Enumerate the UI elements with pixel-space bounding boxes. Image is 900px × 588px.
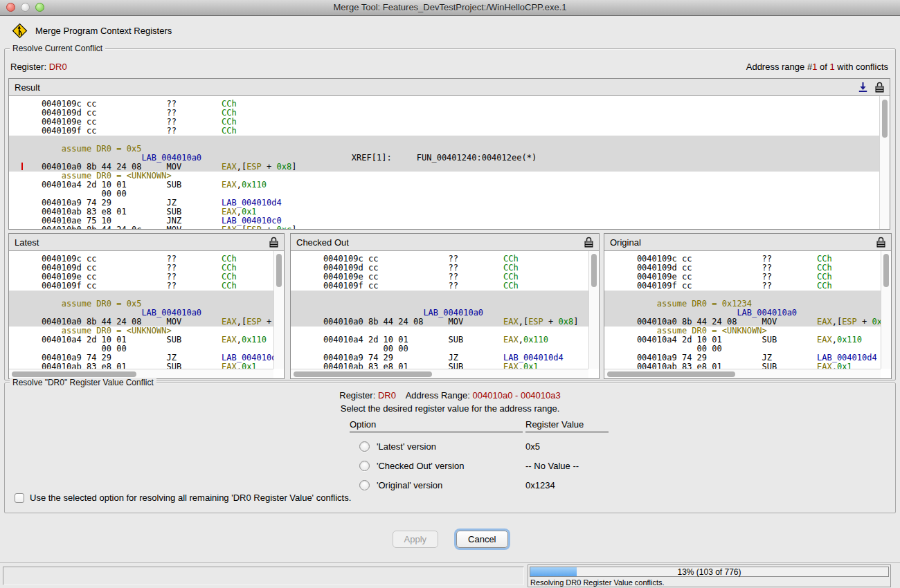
status-message-area — [3, 567, 524, 585]
checked-out-version-radio[interactable] — [359, 461, 370, 471]
checked-out-panel-header: Checked Out — [291, 234, 599, 251]
original-version-radio[interactable] — [359, 480, 370, 490]
latest-listing: 0040109c cc ?? CCh 0040109d cc ?? CCh 00… — [9, 251, 273, 369]
original-panel-title: Original — [610, 237, 876, 248]
scrollbar-thumb[interactable] — [607, 371, 735, 377]
latest-panel-header: Latest — [9, 234, 284, 251]
status-bar: 13% (103 of 776) Resolving DR0 Register … — [0, 562, 900, 588]
goto-conflict-icon[interactable] — [858, 82, 868, 93]
register-text: Register: DR0 — [10, 62, 67, 72]
instruction-text: Select the desired register value for th… — [5, 403, 895, 414]
latest-version-row: 'Latest' version 0x5 — [350, 441, 609, 452]
scrollbar-thumb[interactable] — [883, 254, 889, 287]
progress-area: 13% (103 of 776) Resolving DR0 Register … — [528, 564, 891, 587]
resolve-current-conflict-group: Resolve Current Conflict Register: DR0 A… — [4, 48, 896, 380]
app-header: Merge Program Context Registers — [12, 23, 172, 39]
scrollbar-thumb[interactable] — [294, 371, 432, 377]
register-value-column-header: Register Value — [525, 419, 609, 432]
latest-panel-title: Latest — [15, 237, 269, 248]
original-panel-header: Original — [604, 234, 891, 251]
use-for-all-checkbox[interactable] — [15, 493, 24, 503]
listing-row[interactable]: 0040109f cc ?? CCh — [303, 282, 588, 291]
resolve-register-value-group: Resolve "DR0" Register Value Conflict Re… — [4, 383, 896, 513]
listing-row[interactable]: 0040109f cc ?? CCh — [617, 282, 881, 291]
checked-out-version-value: -- No Value -- — [525, 461, 579, 471]
listing-row[interactable]: 004010ab 83 e8 01 SUB EAX,0x1 — [617, 362, 881, 369]
scrollbar-thumb[interactable] — [12, 371, 136, 377]
checked-horizontal-scrollbar[interactable] — [291, 369, 588, 378]
listing-row[interactable]: 004010a4 2d 10 01 SUB EAX,0x110 — [21, 181, 879, 190]
listing-row[interactable]: 0040109f cc ?? CCh — [21, 127, 879, 136]
register-value: DR0 — [49, 62, 67, 72]
address-range-counter: Address range #1 of 1 with conflicts — [746, 62, 888, 72]
original-listing: 0040109c cc ?? CCh 0040109d cc ?? CCh 00… — [604, 251, 881, 369]
lock-icon — [584, 237, 593, 248]
addr-suffix: with conflicts — [835, 62, 888, 72]
conflict-summary: Register: DR0 Address Range: 004010a0 - … — [5, 390, 895, 414]
button-row: Apply Cancel — [0, 531, 900, 548]
result-panel-header: Result — [9, 79, 890, 96]
progress-message: Resolving DR0 Register Value conflicts. — [530, 578, 665, 587]
apply-button[interactable]: Apply — [393, 531, 439, 548]
latest-version-label[interactable]: 'Latest' version — [377, 441, 436, 452]
group-title: Resolve Current Conflict — [10, 44, 105, 53]
use-for-all-label[interactable]: Use the selected option for resolving al… — [30, 493, 351, 503]
result-panel: Result — [8, 78, 890, 230]
result-vertical-scrollbar[interactable] — [879, 96, 890, 229]
latest-version-radio[interactable] — [359, 441, 370, 452]
option-column-header: Option — [350, 419, 523, 432]
listing-row[interactable]: 0040109f cc ?? CCh — [21, 282, 273, 291]
latest-vertical-scrollbar[interactable] — [273, 251, 284, 369]
scrollbar-thumb[interactable] — [276, 254, 282, 287]
register-value: DR0 — [378, 390, 396, 401]
register-label: Register: — [339, 390, 375, 401]
addr-prefix: Address range # — [746, 62, 812, 72]
address-range-label: Address Range: — [406, 390, 470, 401]
latest-horizontal-scrollbar[interactable] — [9, 369, 273, 378]
latest-panel: Latest 0040109c cc ?? CCh 0040109d cc ?? — [8, 233, 285, 379]
checked-out-panel-title: Checked Out — [296, 237, 584, 248]
group-title: Resolve "DR0" Register Value Conflict — [10, 378, 156, 387]
merge-tool-window: Merge Tool: Features_DevTestProject:/Win… — [0, 0, 900, 588]
register-row: Register: DR0 Address range #1 of 1 with… — [10, 62, 888, 72]
listing-row[interactable]: 004010b0 8b 44 24 0c MOV EAX,[ESP + 0xc] — [21, 226, 879, 229]
latest-version-value: 0x5 — [525, 441, 540, 452]
original-panel: Original 0040109c cc ?? CCh 0040109d cc … — [604, 233, 892, 379]
scrollbar-thumb[interactable] — [591, 254, 597, 287]
result-listing: 0040109c cc ?? CCh 0040109d cc ?? CCh 00… — [9, 96, 879, 229]
window-title: Merge Tool: Features_DevTestProject:/Win… — [0, 2, 900, 12]
original-horizontal-scrollbar[interactable] — [604, 369, 881, 378]
progress-bar: 13% (103 of 776) — [530, 567, 889, 577]
checked-vertical-scrollbar[interactable] — [588, 251, 599, 369]
lock-icon — [875, 82, 884, 93]
option-table-header: Option Register Value — [350, 419, 609, 432]
listing-row[interactable]: 004010ab 83 e8 01 SUB EAX,0x1 — [21, 362, 273, 369]
result-panel-title: Result — [15, 82, 858, 93]
lock-icon — [876, 237, 885, 248]
checked-out-version-label[interactable]: 'Checked Out' version — [377, 461, 464, 471]
page-title: Merge Program Context Registers — [35, 26, 172, 36]
progress-label: 13% (103 of 776) — [530, 567, 888, 577]
checked-out-panel: Checked Out 0040109c cc ?? CCh 0040109d … — [290, 233, 600, 379]
merge-sign-icon — [12, 23, 28, 39]
scrollbar-thumb[interactable] — [882, 100, 888, 138]
use-for-all-row: Use the selected option for resolving al… — [15, 493, 351, 503]
listing-row[interactable]: 004010a0 8b 44 24 08 MOV EAX,[ESP + 0x8] — [291, 318, 588, 327]
checked-out-version-row: 'Checked Out' version -- No Value -- — [350, 461, 609, 471]
cancel-button[interactable]: Cancel — [456, 531, 507, 548]
listing-row[interactable] — [291, 291, 588, 300]
original-version-row: 'Original' version 0x1234 — [350, 480, 609, 490]
lock-icon — [269, 237, 278, 248]
checked-out-listing: 0040109c cc ?? CCh 0040109d cc ?? CCh 00… — [291, 251, 588, 369]
addr-num2: 1 — [829, 62, 834, 72]
option-table: Option Register Value 'Latest' version 0… — [350, 419, 609, 490]
original-version-value: 0x1234 — [525, 480, 555, 490]
original-vertical-scrollbar[interactable] — [881, 251, 891, 369]
register-label: Register: — [10, 62, 46, 72]
original-version-label[interactable]: 'Original' version — [377, 480, 442, 490]
address-range-value: 004010a0 - 004010a3 — [473, 390, 561, 401]
titlebar: Merge Tool: Features_DevTestProject:/Win… — [0, 0, 900, 16]
addr-mid: of — [817, 62, 829, 72]
listing-row[interactable]: 004010ab 83 e8 01 SUB EAX,0x1 — [303, 362, 588, 369]
